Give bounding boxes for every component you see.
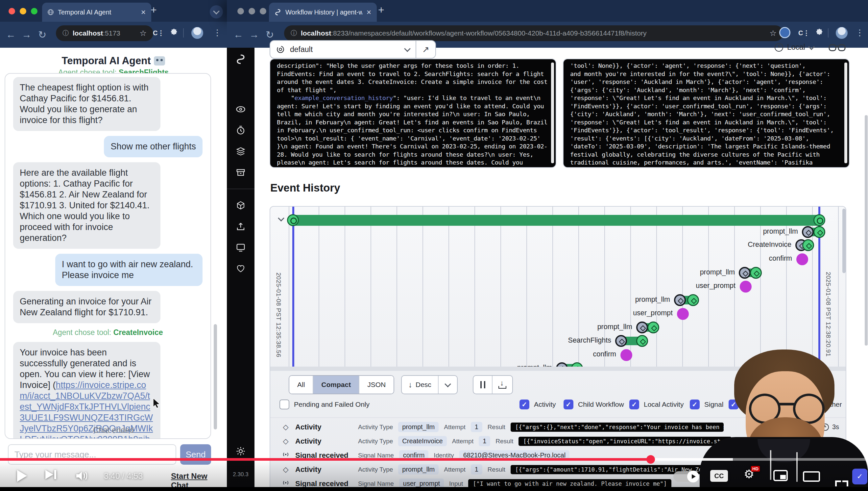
activity-completed-marker[interactable]: [687, 294, 699, 306]
minimize-window-button[interactable]: [20, 8, 26, 15]
pause-button[interactable]: [473, 376, 493, 394]
activity-scheduled-marker[interactable]: [674, 294, 686, 306]
activity-scheduled-marker[interactable]: [615, 335, 627, 347]
archival-icon[interactable]: [236, 168, 246, 177]
filter-activity[interactable]: ✓Activity: [520, 400, 556, 409]
new-tab-button[interactable]: +: [378, 4, 384, 16]
reload-button[interactable]: ↻: [266, 29, 274, 40]
extension-c-icon[interactable]: C⋮: [798, 29, 809, 37]
sort-desc-button[interactable]: ↓Desc: [402, 376, 438, 394]
right-traffic-lights[interactable]: [237, 8, 266, 15]
activity-completed-marker[interactable]: [571, 362, 583, 367]
checkbox-checked[interactable]: ✓: [520, 400, 529, 409]
theater-mode-button[interactable]: [803, 471, 820, 482]
autoplay-toggle[interactable]: [673, 471, 699, 482]
tab-search-button[interactable]: [210, 5, 223, 19]
new-tab-button[interactable]: +: [151, 4, 157, 16]
zoom-window-button[interactable]: [31, 8, 37, 15]
checkbox-unchecked[interactable]: [279, 400, 289, 409]
back-button[interactable]: ←: [6, 29, 16, 40]
workflow-execution-bar[interactable]: [293, 215, 819, 226]
code-scrollbar[interactable]: [551, 62, 554, 163]
workflows-icon[interactable]: [236, 104, 246, 114]
batch-operations-icon[interactable]: [236, 146, 246, 156]
activity-completed-marker[interactable]: [802, 239, 814, 251]
scroll-to-top-button[interactable]: ✓: [852, 469, 867, 484]
chart-scrollbar[interactable]: [842, 209, 846, 273]
checkbox-checked[interactable]: ✓: [563, 400, 574, 409]
next-button[interactable]: [45, 470, 56, 479]
view-tab-json[interactable]: JSON: [360, 376, 394, 394]
pending-failed-filter[interactable]: Pending and Failed Only: [279, 400, 370, 409]
miniplayer-button[interactable]: [773, 470, 788, 481]
codec-server-icon[interactable]: [236, 200, 246, 210]
minimize-window-button[interactable]: [249, 8, 255, 15]
volume-icon[interactable]: [75, 470, 89, 482]
expand-workflow-chevron-icon[interactable]: [278, 215, 284, 222]
sort-control[interactable]: ↓Desc: [401, 375, 458, 394]
reload-button[interactable]: ↻: [38, 29, 46, 40]
browser-menu-icon[interactable]: ⋮: [856, 28, 864, 38]
bookmark-star-icon[interactable]: ☆: [769, 29, 777, 38]
signal-marker[interactable]: [677, 308, 689, 320]
checkbox-checked[interactable]: ✓: [629, 400, 639, 409]
activity-scheduled-marker[interactable]: [556, 362, 568, 367]
signal-marker[interactable]: [740, 281, 752, 293]
play-button[interactable]: [17, 470, 27, 482]
theme-toggle-sun-icon[interactable]: [236, 446, 246, 456]
settings-button[interactable]: ⚙HD: [744, 467, 754, 481]
activity-completed-marker[interactable]: [636, 335, 648, 347]
extensions-puzzle-icon[interactable]: [169, 28, 179, 37]
workflow-start-marker[interactable]: [287, 214, 299, 226]
tab-close-icon[interactable]: ✕: [366, 8, 372, 16]
timezone-select[interactable]: Local: [775, 43, 814, 52]
forward-button[interactable]: →: [22, 29, 32, 40]
activity-completed-marker[interactable]: [647, 321, 659, 334]
extensions-puzzle-icon[interactable]: [815, 28, 824, 37]
activity-completed-marker[interactable]: [750, 267, 762, 279]
event-timeline-chart[interactable]: 2025-01-08 PST 12:35:38.56 2025-01-08 PS…: [270, 207, 846, 367]
activity-scheduled-marker[interactable]: [802, 226, 814, 238]
filter-child-workflow[interactable]: ✓Child Workflow: [563, 400, 624, 409]
video-progress-handle[interactable]: [646, 455, 655, 464]
left-url-bar[interactable]: ⓘ localhost:5173 ☆: [56, 25, 153, 41]
message-input[interactable]: [8, 444, 176, 465]
activity-completed-marker[interactable]: [813, 226, 825, 238]
back-button[interactable]: ←: [234, 29, 243, 40]
extension-c-icon[interactable]: C⋮: [153, 29, 164, 37]
temporal-logo-icon[interactable]: [235, 54, 246, 65]
signal-marker[interactable]: [796, 253, 808, 265]
schedules-icon[interactable]: [236, 125, 246, 135]
bookmark-star-icon[interactable]: ☆: [140, 29, 147, 38]
send-button[interactable]: Send: [180, 444, 211, 465]
code-scrollbar[interactable]: [844, 62, 847, 163]
signal-marker[interactable]: [620, 349, 632, 361]
open-namespace-button[interactable]: ↗: [415, 41, 435, 58]
namespace-select[interactable]: default: [270, 45, 415, 54]
left-traffic-lights[interactable]: [8, 8, 37, 15]
workflow-end-marker[interactable]: [813, 214, 825, 226]
sort-options-button[interactable]: [438, 376, 457, 394]
browser-menu-icon[interactable]: ⋮: [213, 28, 222, 38]
zoom-window-button[interactable]: [260, 8, 266, 15]
checkbox-checked[interactable]: ✓: [690, 400, 700, 409]
site-info-icon[interactable]: ⓘ: [62, 29, 69, 37]
chat-scrollbar[interactable]: [214, 324, 217, 430]
reader-glasses-icon[interactable]: [829, 42, 846, 53]
download-history-button[interactable]: [493, 376, 512, 394]
forward-button[interactable]: →: [249, 29, 259, 40]
tab-temporal-ai-agent[interactable]: Temporal AI Agent ✕: [42, 3, 151, 22]
feedback-icon[interactable]: [236, 242, 246, 252]
view-tab-all[interactable]: All: [289, 376, 313, 394]
activity-scheduled-marker[interactable]: [739, 267, 751, 279]
close-window-button[interactable]: [8, 8, 15, 15]
profile-avatar[interactable]: [191, 27, 203, 39]
video-progress-buffered[interactable]: [651, 458, 733, 461]
profile-avatar[interactable]: [836, 27, 848, 39]
tab-close-icon[interactable]: ✕: [141, 8, 146, 16]
site-info-icon[interactable]: ⓘ: [291, 29, 297, 37]
video-progress-played[interactable]: [0, 458, 651, 461]
support-heart-icon[interactable]: [236, 264, 246, 273]
import-icon[interactable]: [236, 222, 246, 231]
video-progress-remaining[interactable]: [733, 458, 868, 461]
